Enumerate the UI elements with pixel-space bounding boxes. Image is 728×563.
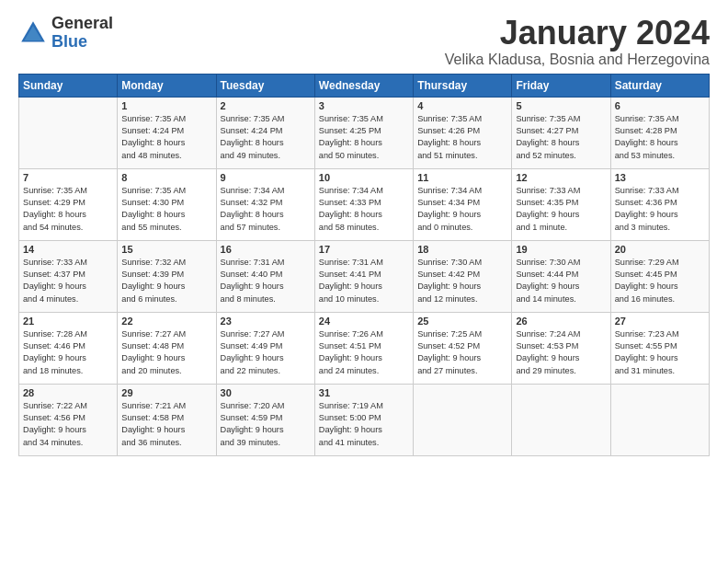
- calendar-cell: 25Sunrise: 7:25 AMSunset: 4:52 PMDayligh…: [414, 312, 512, 384]
- day-info: Sunrise: 7:30 AMSunset: 4:44 PMDaylight:…: [516, 257, 606, 305]
- calendar-cell: 13Sunrise: 7:33 AMSunset: 4:36 PMDayligh…: [610, 168, 709, 240]
- col-sunday: Sunday: [19, 74, 118, 97]
- calendar-cell: 5Sunrise: 7:35 AMSunset: 4:27 PMDaylight…: [512, 97, 610, 168]
- calendar-cell: 28Sunrise: 7:22 AMSunset: 4:56 PMDayligh…: [19, 384, 118, 455]
- calendar-cell: 19Sunrise: 7:30 AMSunset: 4:44 PMDayligh…: [512, 240, 610, 312]
- day-number: 10: [319, 172, 409, 183]
- day-number: 12: [516, 172, 606, 183]
- day-info: Sunrise: 7:23 AMSunset: 4:55 PMDaylight:…: [615, 328, 705, 377]
- day-info: Sunrise: 7:33 AMSunset: 4:36 PMDaylight:…: [615, 185, 705, 234]
- day-info: Sunrise: 7:21 AMSunset: 4:58 PMDaylight:…: [121, 400, 211, 449]
- day-number: 3: [319, 100, 409, 111]
- day-info: Sunrise: 7:30 AMSunset: 4:42 PMDaylight:…: [417, 257, 507, 305]
- calendar-cell: 7Sunrise: 7:35 AMSunset: 4:29 PMDaylight…: [19, 168, 118, 240]
- calendar-cell: 20Sunrise: 7:29 AMSunset: 4:45 PMDayligh…: [610, 240, 709, 312]
- day-info: Sunrise: 7:19 AMSunset: 5:00 PMDaylight:…: [319, 400, 409, 449]
- logo-blue-text: Blue: [51, 33, 113, 52]
- calendar-cell: 14Sunrise: 7:33 AMSunset: 4:37 PMDayligh…: [19, 240, 118, 312]
- day-info: Sunrise: 7:35 AMSunset: 4:26 PMDaylight:…: [417, 113, 507, 162]
- day-info: Sunrise: 7:22 AMSunset: 4:56 PMDaylight:…: [23, 400, 113, 449]
- day-info: Sunrise: 7:31 AMSunset: 4:41 PMDaylight:…: [319, 257, 409, 305]
- day-info: Sunrise: 7:35 AMSunset: 4:29 PMDaylight:…: [23, 185, 113, 234]
- col-thursday: Thursday: [414, 74, 512, 97]
- day-number: 2: [221, 100, 311, 111]
- day-number: 6: [615, 100, 705, 111]
- col-monday: Monday: [118, 74, 216, 97]
- day-number: 27: [615, 316, 705, 327]
- calendar-title: January 2024: [445, 15, 710, 52]
- calendar-cell: 8Sunrise: 7:35 AMSunset: 4:30 PMDaylight…: [118, 168, 216, 240]
- day-number: 7: [23, 172, 113, 183]
- col-tuesday: Tuesday: [216, 74, 314, 97]
- calendar-cell: 22Sunrise: 7:27 AMSunset: 4:48 PMDayligh…: [118, 312, 216, 384]
- calendar-week-row-0: 1Sunrise: 7:35 AMSunset: 4:24 PMDaylight…: [19, 97, 710, 168]
- day-info: Sunrise: 7:35 AMSunset: 4:25 PMDaylight:…: [319, 113, 409, 162]
- calendar-cell: 29Sunrise: 7:21 AMSunset: 4:58 PMDayligh…: [118, 384, 216, 455]
- calendar-cell: [414, 384, 512, 455]
- day-info: Sunrise: 7:28 AMSunset: 4:46 PMDaylight:…: [23, 328, 113, 377]
- calendar-cell: 15Sunrise: 7:32 AMSunset: 4:39 PMDayligh…: [118, 240, 216, 312]
- calendar-cell: 31Sunrise: 7:19 AMSunset: 5:00 PMDayligh…: [314, 384, 413, 455]
- day-number: 13: [615, 172, 705, 183]
- day-info: Sunrise: 7:34 AMSunset: 4:32 PMDaylight:…: [221, 185, 311, 234]
- day-info: Sunrise: 7:35 AMSunset: 4:27 PMDaylight:…: [516, 113, 606, 162]
- day-info: Sunrise: 7:34 AMSunset: 4:33 PMDaylight:…: [319, 185, 409, 234]
- day-info: Sunrise: 7:32 AMSunset: 4:39 PMDaylight:…: [121, 257, 211, 305]
- calendar-week-row-1: 7Sunrise: 7:35 AMSunset: 4:29 PMDaylight…: [19, 168, 710, 240]
- calendar-subtitle: Velika Kladusa, Bosnia and Herzegovina: [445, 52, 710, 68]
- day-number: 17: [319, 244, 409, 255]
- calendar-cell: 16Sunrise: 7:31 AMSunset: 4:40 PMDayligh…: [216, 240, 314, 312]
- calendar-cell: 3Sunrise: 7:35 AMSunset: 4:25 PMDaylight…: [314, 97, 413, 168]
- day-info: Sunrise: 7:34 AMSunset: 4:34 PMDaylight:…: [417, 185, 507, 234]
- calendar-cell: 2Sunrise: 7:35 AMSunset: 4:24 PMDaylight…: [216, 97, 314, 168]
- col-saturday: Saturday: [610, 74, 709, 97]
- calendar-cell: [610, 384, 709, 455]
- day-number: 30: [221, 387, 311, 398]
- calendar-week-row-4: 28Sunrise: 7:22 AMSunset: 4:56 PMDayligh…: [19, 384, 710, 455]
- day-info: Sunrise: 7:20 AMSunset: 4:59 PMDaylight:…: [221, 400, 311, 449]
- day-number: 18: [417, 244, 507, 255]
- calendar-header-row: Sunday Monday Tuesday Wednesday Thursday…: [19, 74, 710, 97]
- day-number: 16: [221, 244, 311, 255]
- day-info: Sunrise: 7:35 AMSunset: 4:28 PMDaylight:…: [615, 113, 705, 162]
- day-number: 28: [23, 387, 113, 398]
- day-info: Sunrise: 7:24 AMSunset: 4:53 PMDaylight:…: [516, 328, 606, 377]
- day-number: 15: [121, 244, 211, 255]
- day-number: 26: [516, 316, 606, 327]
- day-number: 14: [23, 244, 113, 255]
- logo-icon: [18, 18, 48, 48]
- day-info: Sunrise: 7:27 AMSunset: 4:49 PMDaylight:…: [221, 328, 311, 377]
- day-info: Sunrise: 7:26 AMSunset: 4:51 PMDaylight:…: [319, 328, 409, 377]
- calendar-cell: 18Sunrise: 7:30 AMSunset: 4:42 PMDayligh…: [414, 240, 512, 312]
- calendar-table: Sunday Monday Tuesday Wednesday Thursday…: [18, 74, 710, 456]
- day-number: 4: [417, 100, 507, 111]
- day-number: 31: [319, 387, 409, 398]
- day-number: 25: [417, 316, 507, 327]
- logo-text: General Blue: [51, 15, 113, 52]
- title-block: January 2024 Velika Kladusa, Bosnia and …: [445, 15, 710, 68]
- calendar-cell: 27Sunrise: 7:23 AMSunset: 4:55 PMDayligh…: [610, 312, 709, 384]
- calendar-cell: [19, 97, 118, 168]
- day-number: 11: [417, 172, 507, 183]
- calendar-cell: [512, 384, 610, 455]
- day-info: Sunrise: 7:35 AMSunset: 4:30 PMDaylight:…: [121, 185, 211, 234]
- calendar-cell: 30Sunrise: 7:20 AMSunset: 4:59 PMDayligh…: [216, 384, 314, 455]
- day-info: Sunrise: 7:33 AMSunset: 4:37 PMDaylight:…: [23, 257, 113, 305]
- calendar-week-row-3: 21Sunrise: 7:28 AMSunset: 4:46 PMDayligh…: [19, 312, 710, 384]
- calendar-cell: 12Sunrise: 7:33 AMSunset: 4:35 PMDayligh…: [512, 168, 610, 240]
- day-number: 23: [221, 316, 311, 327]
- logo-general-text: General: [51, 15, 113, 33]
- logo: General Blue: [18, 15, 113, 52]
- page: General Blue January 2024 Velika Kladusa…: [0, 0, 728, 465]
- day-info: Sunrise: 7:29 AMSunset: 4:45 PMDaylight:…: [615, 257, 705, 305]
- calendar-cell: 11Sunrise: 7:34 AMSunset: 4:34 PMDayligh…: [414, 168, 512, 240]
- calendar-week-row-2: 14Sunrise: 7:33 AMSunset: 4:37 PMDayligh…: [19, 240, 710, 312]
- day-number: 22: [121, 316, 211, 327]
- calendar-cell: 6Sunrise: 7:35 AMSunset: 4:28 PMDaylight…: [610, 97, 709, 168]
- calendar-cell: 9Sunrise: 7:34 AMSunset: 4:32 PMDaylight…: [216, 168, 314, 240]
- day-number: 1: [121, 100, 211, 111]
- calendar-cell: 24Sunrise: 7:26 AMSunset: 4:51 PMDayligh…: [314, 312, 413, 384]
- day-number: 29: [121, 387, 211, 398]
- day-number: 21: [23, 316, 113, 327]
- day-number: 24: [319, 316, 409, 327]
